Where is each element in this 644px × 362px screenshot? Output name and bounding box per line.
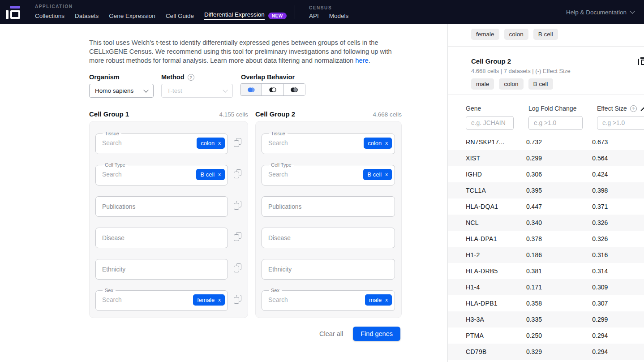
nav-item-collections[interactable]: Collections (35, 13, 64, 19)
cellxgene-logo-icon[interactable] (6, 4, 21, 20)
nav-item-models[interactable]: Models (329, 13, 349, 19)
nav-item-datasets[interactable]: Datasets (75, 13, 99, 19)
ethnicity-input[interactable] (101, 266, 222, 273)
copy-icon[interactable] (234, 138, 242, 147)
nav-item-differential-expression[interactable]: Differential Expression (204, 11, 265, 20)
table-row[interactable]: H1-40.1710.309 (448, 279, 644, 295)
summary-card-title: Cell Group 2 (471, 57, 644, 65)
normalization-link[interactable]: here (355, 57, 368, 64)
table-row[interactable]: HLA-DQA10.4470.371 (448, 198, 644, 215)
tissue-filter[interactable]: Tissue colonx (95, 131, 228, 154)
nav-item-api[interactable]: API (309, 13, 319, 19)
cell-gene: HLA-DPB1 (466, 300, 526, 307)
disease-filter[interactable] (95, 228, 228, 248)
ethnicity-filter[interactable] (262, 259, 395, 280)
help-documentation-menu[interactable]: Help & Documentation (566, 9, 634, 16)
remove-chip-icon[interactable]: x (385, 297, 388, 302)
sex-search-input[interactable] (101, 296, 193, 304)
method-help-icon[interactable]: ? (188, 74, 194, 81)
copy-icon[interactable] (234, 295, 242, 304)
disease-filter-row (95, 225, 248, 248)
publications-filter[interactable] (95, 196, 228, 217)
remove-chip-icon[interactable]: x (385, 141, 388, 146)
publications-input[interactable] (267, 203, 389, 211)
remove-chip-icon[interactable]: x (218, 172, 221, 177)
sex-chip[interactable]: femalex (193, 294, 225, 306)
tissue-search-input[interactable] (101, 139, 197, 147)
effect-size-help-icon[interactable]: ? (630, 105, 637, 112)
cell-gene: H1-2 (466, 251, 526, 259)
copy-icon[interactable] (234, 263, 242, 272)
cell-type-filter[interactable]: Cell Type B cellx (262, 162, 395, 185)
publications-input[interactable] (101, 203, 222, 211)
sex-filter[interactable]: Sex malex (262, 288, 395, 311)
cell-es: 0.309 (592, 284, 644, 291)
cell-group-1-count: 4.155 cells (219, 111, 248, 118)
cell-group-2-summary-card: Cell Group 2 4.668 cells | 7 datasets | … (448, 51, 644, 95)
ethnicity-input[interactable] (267, 266, 389, 273)
sex-search-input[interactable] (267, 296, 365, 304)
cell-es: 0.371 (592, 203, 644, 210)
cell-lfc: 0.378 (526, 235, 592, 242)
cell-gene: H3-3A (466, 316, 526, 323)
disease-filter[interactable] (262, 228, 395, 248)
table-row[interactable]: RN7SKP17...0.7320.673 (448, 134, 644, 150)
cell-type-search-input[interactable] (101, 171, 196, 178)
disease-input[interactable] (267, 234, 389, 242)
overlap-option-partial-icon[interactable] (283, 84, 305, 95)
cell-type-chip[interactable]: B cellx (363, 169, 392, 180)
nav-item-cell-guide[interactable]: Cell Guide (166, 13, 194, 19)
publications-filter[interactable] (262, 196, 395, 217)
log-fold-change-filter-input[interactable] (528, 116, 583, 130)
table-row[interactable]: H3-3A0.3350.299 (448, 311, 644, 328)
remove-chip-icon[interactable]: x (218, 297, 221, 302)
gene-filter-input[interactable] (466, 116, 514, 130)
organism-label: Organism (89, 73, 120, 81)
tissue-filter[interactable]: Tissue colonx (262, 131, 395, 154)
disease-input[interactable] (101, 234, 222, 242)
column-header-gene: Gene (466, 105, 481, 112)
copy-icon[interactable] (234, 169, 242, 178)
overlap-option-exclude-icon[interactable] (262, 84, 283, 95)
table-row[interactable]: HLA-DRB50.3810.314 (448, 263, 644, 279)
cell-gene: PTMA (466, 332, 526, 339)
cell-es: 0.299 (592, 316, 644, 323)
cell-type-search-input[interactable] (267, 171, 363, 178)
find-genes-button[interactable]: Find genes (353, 327, 400, 341)
table-row[interactable]: IGHD0.3060.424 (448, 166, 644, 182)
cell-lfc: 0.340 (526, 219, 592, 226)
remove-chip-icon[interactable]: x (218, 141, 221, 146)
cell-es: 0.564 (592, 155, 644, 162)
table-row[interactable]: TCL1A0.3950.398 (448, 182, 644, 198)
sex-chip[interactable]: malex (365, 294, 392, 306)
cell-group-1-title: Cell Group 1 (89, 110, 129, 118)
effect-size-filter-input[interactable] (597, 116, 644, 130)
table-row[interactable]: NCL0.3400.326 (448, 215, 644, 231)
tissue-chip[interactable]: colonx (364, 138, 392, 149)
tissue-search-input[interactable] (267, 139, 364, 147)
method-select[interactable]: T-test (161, 84, 233, 98)
table-row[interactable]: XIST0.2990.564 (448, 150, 644, 166)
remove-chip-icon[interactable]: x (385, 172, 388, 177)
table-row[interactable]: HLA-DPB10.3580.307 (448, 295, 644, 311)
tissue-chip[interactable]: colonx (197, 138, 225, 149)
table-row[interactable]: CD79B0.3290.294 (448, 344, 644, 360)
table-row[interactable]: HLA-DPA10.3780.326 (448, 231, 644, 247)
clear-all-button[interactable]: Clear all (319, 330, 343, 337)
copy-icon[interactable] (234, 232, 242, 241)
sex-filter[interactable]: Sex femalex (95, 288, 228, 311)
cell-lfc: 0.381 (526, 267, 592, 275)
table-row[interactable]: H1-20.1860.316 (448, 247, 644, 263)
cell-group-1-tags: femalecolonB cell (471, 29, 644, 40)
cellxgene-mark-icon[interactable] (638, 57, 644, 66)
overlap-option-include-icon[interactable] (240, 84, 262, 95)
sort-icon[interactable] (640, 106, 644, 112)
nav-item-gene-expression[interactable]: Gene Expression (109, 13, 155, 19)
cell-type-chip[interactable]: B cellx (196, 169, 225, 180)
top-nav: APPLICATION Collections Datasets Gene Ex… (0, 0, 644, 24)
cell-type-filter[interactable]: Cell Type B cellx (95, 162, 228, 185)
copy-icon[interactable] (234, 201, 242, 210)
ethnicity-filter[interactable] (95, 259, 228, 280)
table-row[interactable]: PTMA0.2500.294 (448, 328, 644, 344)
organism-select[interactable]: Homo sapiens (89, 84, 154, 98)
